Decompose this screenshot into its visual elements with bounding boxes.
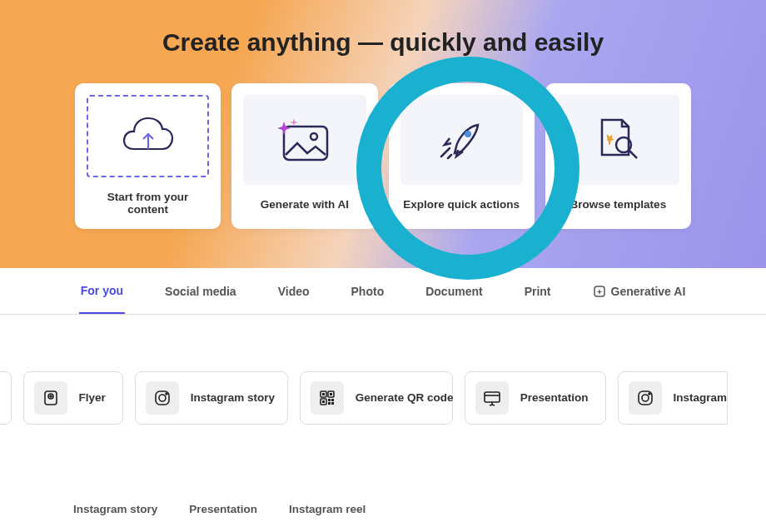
chip-remove-background[interactable]: ove ground bbox=[0, 371, 12, 425]
document-search-icon bbox=[590, 115, 645, 165]
svg-point-1 bbox=[311, 133, 317, 140]
chip-flyer[interactable]: Flyer bbox=[23, 371, 123, 425]
svg-rect-20 bbox=[331, 402, 334, 405]
card-icon-zone bbox=[87, 95, 209, 177]
chip-instagram[interactable]: Instagram bbox=[618, 371, 729, 425]
svg-point-9 bbox=[159, 395, 166, 401]
tab-video[interactable]: Video bbox=[276, 270, 311, 313]
page-title: Create anything — quickly and easily bbox=[0, 28, 766, 57]
tab-for-you[interactable]: For you bbox=[79, 269, 125, 314]
rocket-icon bbox=[433, 112, 490, 168]
svg-rect-21 bbox=[485, 392, 500, 402]
card-quick-actions[interactable]: Explore quick actions bbox=[389, 83, 535, 229]
svg-rect-16 bbox=[322, 400, 325, 403]
tab-print[interactable]: Print bbox=[523, 270, 553, 313]
card-label: Generate with AI bbox=[261, 198, 349, 211]
secondary-tabs: Instagram story Presentation Instagram r… bbox=[0, 425, 766, 515]
card-label: Start from your content bbox=[87, 191, 209, 216]
hero-banner: Create anything — quickly and easily Sta… bbox=[0, 0, 766, 268]
svg-rect-19 bbox=[328, 402, 331, 405]
tab-social-media[interactable]: Social media bbox=[163, 270, 238, 313]
chip-label: Flyer bbox=[79, 391, 106, 405]
svg-point-7 bbox=[50, 395, 52, 397]
chip-instagram-story[interactable]: Instagram story bbox=[135, 371, 288, 425]
tab-photo[interactable]: Photo bbox=[350, 270, 386, 313]
card-label: Browse templates bbox=[570, 198, 667, 211]
chip-label: Generate QR code bbox=[356, 391, 435, 405]
svg-rect-14 bbox=[330, 393, 332, 395]
svg-point-2 bbox=[465, 131, 471, 137]
chip-label: Instagram bbox=[674, 391, 728, 405]
svg-point-24 bbox=[649, 393, 650, 395]
tab-generative-ai[interactable]: Generative AI bbox=[591, 270, 688, 313]
image-sparkle-icon bbox=[276, 117, 334, 163]
card-icon-zone bbox=[557, 95, 679, 185]
chip-label: Instagram story bbox=[191, 391, 271, 405]
svg-point-10 bbox=[166, 393, 167, 395]
card-start-from-content[interactable]: Start from your content bbox=[75, 83, 221, 229]
qr-icon bbox=[311, 381, 344, 415]
svg-rect-12 bbox=[322, 393, 325, 395]
subtab-instagram-reel[interactable]: Instagram reel bbox=[289, 503, 366, 515]
card-browse-templates[interactable]: Browse templates bbox=[545, 83, 691, 229]
chip-qr-code[interactable]: Generate QR code bbox=[300, 371, 453, 425]
svg-rect-18 bbox=[331, 399, 334, 401]
card-generate-ai[interactable]: Generate with AI bbox=[231, 83, 377, 229]
tab-label: Generative AI bbox=[611, 285, 686, 298]
hero-card-row: Start from your content Generate with AI bbox=[0, 83, 766, 229]
quick-chip-row: ove ground Flyer Instagram story bbox=[0, 315, 766, 425]
presentation-icon bbox=[475, 381, 509, 415]
upload-cloud-icon bbox=[121, 116, 176, 157]
sparkle-icon bbox=[593, 285, 606, 298]
subtab-instagram-story[interactable]: Instagram story bbox=[73, 503, 157, 515]
chip-presentation[interactable]: Presentation bbox=[465, 371, 606, 425]
svg-rect-0 bbox=[284, 127, 327, 160]
chip-label: Presentation bbox=[520, 391, 589, 405]
instagram-icon bbox=[629, 381, 662, 415]
tab-document[interactable]: Document bbox=[424, 270, 484, 313]
category-tabs: For you Social media Video Photo Documen… bbox=[0, 268, 766, 315]
instagram-icon bbox=[146, 381, 179, 415]
subtab-presentation[interactable]: Presentation bbox=[189, 503, 257, 515]
svg-point-23 bbox=[642, 395, 649, 401]
card-label: Explore quick actions bbox=[403, 198, 520, 211]
svg-rect-17 bbox=[328, 399, 331, 401]
card-icon-zone bbox=[400, 95, 523, 185]
camera-icon bbox=[34, 381, 67, 415]
card-icon-zone bbox=[243, 95, 366, 185]
